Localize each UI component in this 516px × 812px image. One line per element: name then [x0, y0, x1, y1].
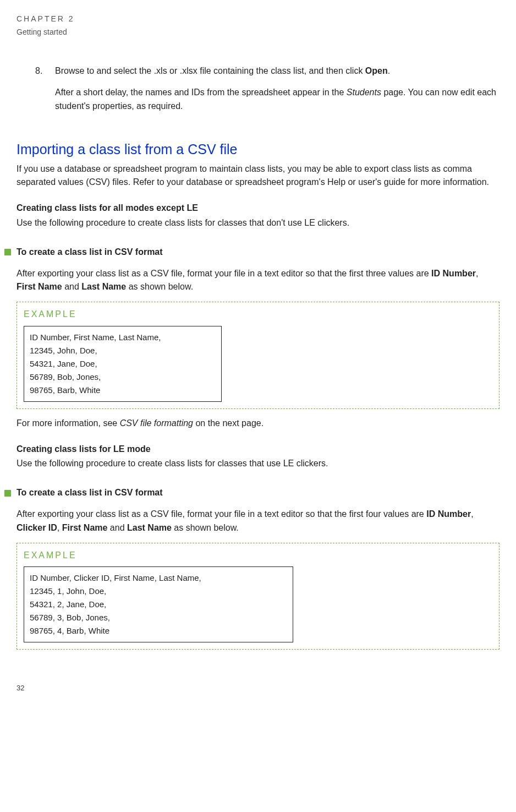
- id-number-label: ID Number: [426, 509, 471, 519]
- text-run: After exporting your class list as a CSV…: [17, 269, 431, 278]
- text-run: on the next page.: [193, 418, 264, 428]
- csv-line: 98765, Barb, White: [30, 384, 216, 397]
- csv-line: 54321, 2, Jane, Doe,: [30, 598, 287, 611]
- step-number: 8.: [35, 64, 55, 118]
- procedure-title-row-2: To create a class list in CSV format: [17, 486, 499, 500]
- text-run: and: [107, 523, 127, 532]
- csv-line: 12345, John, Doe,: [30, 344, 216, 357]
- step-8-block: 8. Browse to and select the .xls or .xls…: [35, 64, 499, 118]
- last-name-label: Last Name: [81, 282, 126, 291]
- chapter-header: CHAPTER 2: [17, 13, 499, 25]
- example-box-2: EXAMPLE ID Number, Clicker ID, First Nam…: [17, 543, 499, 650]
- csv-line: ID Number, Clicker ID, First Name, Last …: [30, 571, 287, 585]
- section-title-importing-csv: Importing a class list from a CSV file: [17, 139, 499, 160]
- csv-example-2: ID Number, Clicker ID, First Name, Last …: [24, 566, 293, 642]
- clicker-id-label: Clicker ID: [17, 523, 57, 532]
- example-label-1: EXAMPLE: [24, 308, 492, 321]
- example-label-2: EXAMPLE: [24, 549, 492, 563]
- first-name-label: First Name: [17, 282, 62, 291]
- page-number: 32: [17, 683, 499, 694]
- last-name-label: Last Name: [127, 523, 172, 532]
- more-info-line: For more information, see CSV file forma…: [17, 417, 499, 430]
- text-run: After a short delay, the names and IDs f…: [55, 88, 347, 97]
- chapter-subtitle: Getting started: [17, 26, 499, 39]
- step-8-line-2: After a short delay, the names and IDs f…: [55, 86, 499, 113]
- text-run: ,: [476, 269, 478, 278]
- procedure-title-1: To create a class list in CSV format: [17, 246, 163, 259]
- text-run: ,: [57, 523, 62, 532]
- step-8: 8. Browse to and select the .xls or .xls…: [35, 64, 499, 118]
- open-label: Open: [365, 66, 388, 75]
- first-name-label: First Name: [62, 523, 108, 532]
- proc1-paragraph: After exporting your class list as a CSV…: [17, 267, 499, 295]
- csv-line: 56789, 3, Bob, Jones,: [30, 611, 287, 624]
- students-page-ref: Students: [347, 88, 381, 97]
- csv-line: 98765, 4, Barb, White: [30, 624, 287, 637]
- csv-line: 54321, Jane, Doe,: [30, 357, 216, 370]
- text-run: as shown below.: [172, 523, 239, 532]
- text-run: .: [388, 66, 390, 75]
- csv-formatting-ref: CSV file formatting: [120, 418, 193, 428]
- procedure-title-2: To create a class list in CSV format: [17, 486, 163, 500]
- procedure-title-row-1: To create a class list in CSV format: [17, 246, 499, 259]
- text-run: as shown below.: [126, 282, 193, 291]
- subhead-all-modes: Creating class lists for all modes excep…: [17, 201, 499, 215]
- text-run: After exporting your class list as a CSV…: [17, 509, 426, 519]
- csv-example-1: ID Number, First Name, Last Name, 12345,…: [24, 326, 222, 402]
- id-number-label: ID Number: [431, 269, 476, 278]
- csv-line: 12345, 1, John, Doe,: [30, 585, 287, 598]
- procedure-marker-icon: [4, 490, 11, 497]
- section-intro: If you use a database or spreadsheet pro…: [17, 162, 499, 190]
- procedure-marker-icon: [4, 249, 11, 255]
- example-box-1: EXAMPLE ID Number, First Name, Last Name…: [17, 302, 499, 409]
- text-run: For more information, see: [17, 418, 120, 428]
- step-8-line-1: Browse to and select the .xls or .xlsx f…: [55, 64, 499, 78]
- csv-line: ID Number, First Name, Last Name,: [30, 331, 216, 344]
- text-run: and: [62, 282, 82, 291]
- csv-line: 56789, Bob, Jones,: [30, 370, 216, 384]
- proc2-paragraph: After exporting your class list as a CSV…: [17, 508, 499, 535]
- subhead-le-mode: Creating class lists for LE mode: [17, 443, 499, 456]
- text-run: Browse to and select the .xls or .xlsx f…: [55, 66, 365, 75]
- text-run: ,: [471, 509, 473, 519]
- sub1-body: Use the following procedure to create cl…: [17, 216, 499, 230]
- sub2-body: Use the following procedure to create cl…: [17, 457, 499, 471]
